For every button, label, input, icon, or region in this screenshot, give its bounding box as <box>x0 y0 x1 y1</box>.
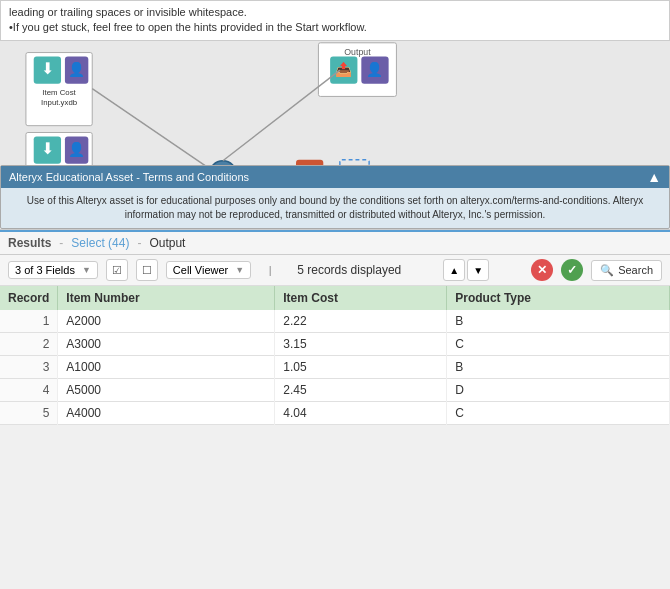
fields-chevron-icon: ▼ <box>82 265 91 275</box>
svg-text:⬇: ⬇ <box>41 60 54 77</box>
table-row: 1A20002.22B <box>0 310 670 333</box>
cell-2: 4.04 <box>275 402 447 425</box>
results-label: Results <box>8 236 51 250</box>
table-row: 5A40004.04C <box>0 402 670 425</box>
table-row: 3A10001.05B <box>0 356 670 379</box>
table-body: 1A20002.22B2A30003.15C3A10001.05B4A50002… <box>0 310 670 425</box>
check-icon[interactable]: ☑ <box>106 259 128 281</box>
search-icon: 🔍 <box>600 264 614 277</box>
cell-2: 3.15 <box>275 333 447 356</box>
svg-text:👤: 👤 <box>68 141 86 158</box>
sort-down-button[interactable]: ▼ <box>467 259 489 281</box>
data-table: Record Item Number Item Cost Product Typ… <box>0 286 670 425</box>
cell-1: A1000 <box>58 356 275 379</box>
cell-2: 2.22 <box>275 310 447 333</box>
cell-0: 3 <box>0 356 58 379</box>
table-row: 4A50002.45D <box>0 379 670 402</box>
records-info: 5 records displayed <box>297 263 401 277</box>
workflow-canvas: leading or trailing spaces or invisible … <box>0 0 670 230</box>
fields-dropdown[interactable]: 3 of 3 Fields ▼ <box>8 261 98 279</box>
uncheck-icon[interactable]: ☐ <box>136 259 158 281</box>
svg-text:📤: 📤 <box>335 61 353 78</box>
cell-3: C <box>447 402 670 425</box>
cell-3: B <box>447 356 670 379</box>
results-section: Results - Select (44) - Output 3 of 3 Fi… <box>0 230 670 425</box>
cell-2: 2.45 <box>275 379 447 402</box>
data-table-container: Record Item Number Item Cost Product Typ… <box>0 286 670 425</box>
records-label: records displayed <box>307 263 401 277</box>
cell-0: 2 <box>0 333 58 356</box>
svg-text:👤: 👤 <box>68 61 86 78</box>
cell-1: A4000 <box>58 402 275 425</box>
sort-buttons: ▲ ▼ <box>443 259 489 281</box>
cell-1: A3000 <box>58 333 275 356</box>
cell-1: A2000 <box>58 310 275 333</box>
fields-label: 3 of 3 Fields <box>15 264 75 276</box>
terms-collapse-icon[interactable]: ▲ <box>647 169 661 185</box>
accept-button[interactable]: ✓ <box>561 259 583 281</box>
cell-viewer-dropdown[interactable]: Cell Viewer ▼ <box>166 261 251 279</box>
cell-viewer-chevron-icon: ▼ <box>235 265 244 275</box>
cell-0: 5 <box>0 402 58 425</box>
cell-0: 4 <box>0 379 58 402</box>
svg-text:👤: 👤 <box>366 61 384 78</box>
cell-2: 1.05 <box>275 356 447 379</box>
terms-modal: Alteryx Educational Asset - Terms and Co… <box>0 165 670 229</box>
search-label: Search <box>618 264 653 276</box>
col-record: Record <box>0 286 58 310</box>
col-item-number: Item Number <box>58 286 275 310</box>
cell-0: 1 <box>0 310 58 333</box>
select-label: Select (44) <box>71 236 129 250</box>
table-header-row: Record Item Number Item Cost Product Typ… <box>0 286 670 310</box>
records-count: 5 <box>297 263 304 277</box>
info-line1: leading or trailing spaces or invisible … <box>9 5 661 20</box>
table-row: 2A30003.15C <box>0 333 670 356</box>
cell-1: A5000 <box>58 379 275 402</box>
cell-3: B <box>447 310 670 333</box>
svg-line-14 <box>92 89 218 175</box>
svg-text:Item Cost: Item Cost <box>42 88 76 97</box>
cell-3: D <box>447 379 670 402</box>
svg-text:Input.yxdb: Input.yxdb <box>41 98 78 107</box>
svg-text:Output: Output <box>344 47 371 57</box>
terms-body: Use of this Alteryx asset is for educati… <box>1 188 669 228</box>
separator-icon: | <box>259 259 281 281</box>
terms-title: Alteryx Educational Asset - Terms and Co… <box>9 171 249 183</box>
col-product-type: Product Type <box>447 286 670 310</box>
svg-text:⬇: ⬇ <box>41 140 54 157</box>
col-item-cost: Item Cost <box>275 286 447 310</box>
cell-3: C <box>447 333 670 356</box>
search-button[interactable]: 🔍 Search <box>591 260 662 281</box>
results-header: Results - Select (44) - Output <box>0 230 670 255</box>
reject-button[interactable]: ✕ <box>531 259 553 281</box>
terms-header: Alteryx Educational Asset - Terms and Co… <box>1 166 669 188</box>
results-toolbar: 3 of 3 Fields ▼ ☑ ☐ Cell Viewer ▼ | 5 re… <box>0 255 670 286</box>
svg-line-37 <box>223 70 340 161</box>
info-line2: •If you get stuck, feel free to open the… <box>9 20 661 35</box>
sort-up-button[interactable]: ▲ <box>443 259 465 281</box>
cell-viewer-label: Cell Viewer <box>173 264 228 276</box>
output-label: Output <box>149 236 185 250</box>
